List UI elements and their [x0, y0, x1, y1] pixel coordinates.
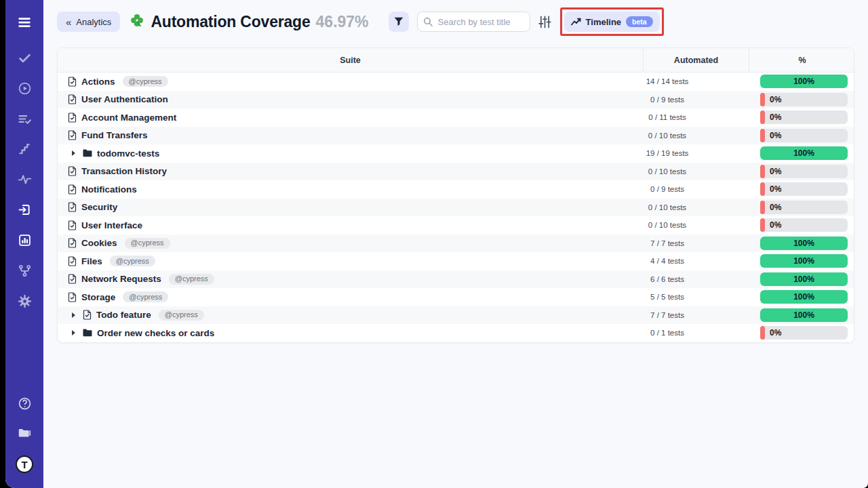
file-check-icon: [68, 77, 77, 87]
table-row[interactable]: todomvc-tests19 / 19 tests100%: [58, 144, 854, 163]
automated-count: 0 / 9 tests: [644, 96, 749, 104]
table-row[interactable]: Fund Transfers0 / 10 tests0%: [58, 127, 854, 145]
page-title: Automation Coverage: [151, 13, 310, 31]
suite-name: Actions: [81, 77, 115, 87]
suite-cell: Todo feature@cypress: [58, 310, 644, 321]
coverage-bar-label: 100%: [793, 256, 814, 266]
sliders-icon[interactable]: [538, 16, 551, 28]
expander-icon[interactable]: [72, 150, 75, 156]
steps-icon[interactable]: [18, 142, 31, 156]
percent-cell: 0%: [749, 165, 854, 178]
percent-cell: 100%: [749, 237, 854, 250]
filter-button[interactable]: [389, 12, 409, 32]
percent-cell: 100%: [749, 272, 854, 286]
suite-name: Todo feature: [96, 310, 151, 320]
cypress-tag: @cypress: [110, 256, 155, 266]
table-row[interactable]: Transaction History0 / 10 tests0%: [58, 163, 854, 181]
bar-chart-icon[interactable]: [18, 233, 32, 247]
folders-icon[interactable]: [17, 426, 32, 441]
table-row[interactable]: Account Management0 / 11 tests0%: [58, 108, 854, 127]
column-header-automated: Automated: [644, 48, 749, 72]
coverage-bar: 100%: [760, 290, 848, 304]
timeline-button[interactable]: Timeline beta: [564, 12, 660, 32]
automated-count: 5 / 5 tests: [644, 293, 749, 301]
table-row[interactable]: Files@cypress4 / 4 tests100%: [58, 252, 854, 270]
file-check-icon: [83, 310, 92, 320]
clover-icon: [130, 13, 144, 30]
table-row[interactable]: Actions@cypress14 / 14 tests100%: [58, 73, 854, 91]
coverage-bar-label: 0%: [770, 113, 781, 122]
suite-name: User Authentication: [81, 94, 168, 104]
suite-cell: Security: [58, 202, 644, 212]
coverage-bar-notch: [760, 326, 765, 340]
automated-count: 19 / 19 tests: [644, 149, 749, 157]
activity-icon[interactable]: [18, 172, 32, 186]
help-icon[interactable]: [18, 396, 32, 411]
cypress-tag: @cypress: [169, 274, 214, 285]
sign-in-icon[interactable]: [18, 203, 32, 217]
expander-icon[interactable]: [72, 312, 75, 318]
percent-cell: 100%: [749, 254, 854, 268]
check-icon[interactable]: [18, 51, 32, 65]
automated-count: 0 / 9 tests: [644, 185, 749, 193]
table-row[interactable]: Network Requests@cypress6 / 6 tests100%: [58, 270, 854, 289]
expander-icon[interactable]: [72, 330, 75, 336]
table-row[interactable]: User Interface0 / 10 tests0%: [58, 216, 854, 235]
file-check-icon: [68, 256, 77, 266]
coverage-bar-label: 100%: [793, 310, 814, 320]
file-check-icon: [68, 166, 77, 176]
file-check-icon: [68, 113, 77, 123]
table-row[interactable]: Security0 / 10 tests0%: [58, 199, 854, 217]
coverage-bar-label: 100%: [793, 292, 814, 302]
folder-icon: [83, 329, 92, 337]
suite-cell: Files@cypress: [58, 256, 644, 266]
avatar-letter: T: [21, 459, 27, 470]
sidebar-nav: [18, 51, 32, 308]
search-icon: [423, 17, 433, 29]
automated-count: 7 / 7 tests: [644, 239, 749, 247]
coverage-bar-label: 0%: [770, 184, 781, 194]
table-row[interactable]: User Authentication0 / 9 tests0%: [58, 91, 854, 109]
coverage-bar-notch: [760, 93, 765, 106]
suite-name: Notifications: [81, 184, 137, 195]
coverage-bar-notch: [760, 182, 765, 196]
file-check-icon: [68, 94, 77, 104]
timeline-label: Timeline: [586, 17, 622, 27]
table-row[interactable]: Cookies@cypress7 / 7 tests100%: [58, 235, 854, 253]
sidebar: T: [5, 0, 43, 488]
file-check-icon: [68, 220, 77, 230]
play-circle-icon[interactable]: [18, 81, 32, 96]
percent-cell: 100%: [749, 308, 854, 322]
table-body: Actions@cypress14 / 14 tests100%User Aut…: [58, 73, 854, 342]
menu-icon[interactable]: [17, 15, 32, 30]
list-check-icon[interactable]: [18, 112, 32, 126]
coverage-bar: 100%: [760, 272, 848, 286]
git-branch-icon[interactable]: [18, 264, 32, 278]
funnel-icon: [394, 17, 403, 26]
trending-line-icon: [571, 18, 581, 26]
coverage-bar-label: 100%: [793, 148, 814, 158]
table-row[interactable]: Notifications0 / 9 tests0%: [58, 180, 854, 199]
table-row[interactable]: Todo feature@cypress7 / 7 tests100%: [58, 306, 854, 325]
suite-cell: Storage@cypress: [58, 291, 644, 302]
percent-cell: 100%: [749, 75, 854, 88]
gear-icon[interactable]: [18, 294, 32, 308]
table-row[interactable]: Storage@cypress5 / 5 tests100%: [58, 288, 854, 306]
table-row[interactable]: Order new checks or cards0 / 1 tests0%: [58, 324, 854, 342]
file-check-icon: [68, 238, 77, 248]
coverage-bar: 100%: [760, 75, 848, 88]
search-input[interactable]: [417, 12, 530, 32]
suite-name: todomvc-tests: [97, 148, 159, 159]
suite-name: Cookies: [81, 238, 117, 248]
coverage-bar: 100%: [760, 237, 848, 250]
cypress-tag: @cypress: [125, 238, 170, 249]
coverage-bar: 0%: [760, 110, 848, 124]
column-header-percent: %: [749, 48, 854, 72]
coverage-bar: 0%: [760, 218, 848, 232]
double-chevron-left-icon: «: [66, 16, 71, 28]
coverage-bar-label: 100%: [793, 274, 814, 284]
automated-count: 0 / 10 tests: [644, 203, 749, 211]
coverage-bar-label: 0%: [770, 131, 781, 140]
back-analytics-button[interactable]: « Analytics: [57, 12, 120, 32]
avatar[interactable]: T: [16, 455, 33, 473]
